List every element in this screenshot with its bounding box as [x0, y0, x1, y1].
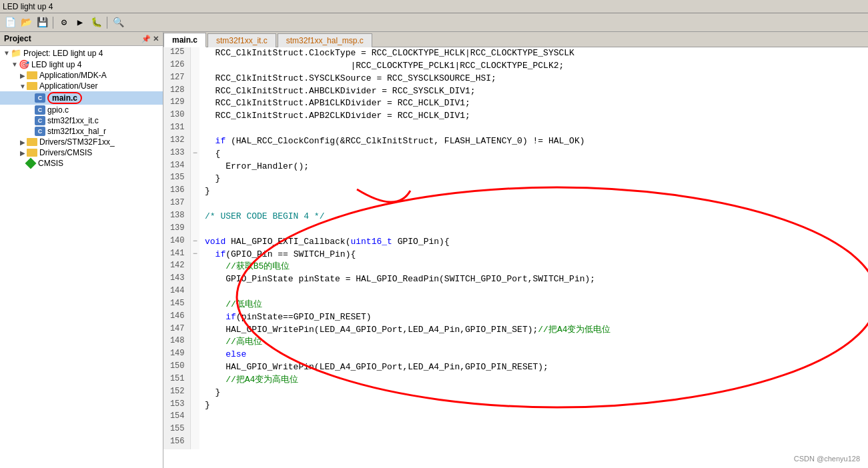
line-num-136: 136 — [163, 185, 190, 198]
toolbar-separator-2 — [107, 17, 107, 29]
table-row: 126 |RCC_CLOCKTYPE_PCLK1|RCC_CLOCKTYPE_P… — [163, 60, 868, 73]
line-num-156: 156 — [163, 437, 190, 449]
toolbar-build-icon[interactable]: ⚙ — [57, 15, 71, 30]
file-icon-stm32it: C — [35, 116, 45, 125]
folder-icon-drvcmsis — [27, 149, 37, 157]
tree-expand-root[interactable]: ▼ — [3, 49, 11, 57]
line-code-153: } — [199, 399, 868, 412]
table-row: 138 /* USER CODE BEGIN 4 */ — [163, 211, 868, 223]
tab-stm32it[interactable]: stm32f1xx_it.c — [207, 33, 276, 47]
line-code-132: if (HAL_RCC_ClockConfig(&RCC_ClkInitStru… — [199, 135, 868, 148]
line-code-136: } — [199, 185, 868, 198]
line-num-151: 151 — [163, 374, 190, 387]
line-fold-127 — [190, 73, 199, 85]
line-num-152: 152 — [163, 387, 190, 399]
line-fold-156 — [190, 437, 199, 449]
tree-label-appuser: Application/User — [39, 81, 97, 91]
line-fold-141[interactable]: − — [190, 249, 199, 261]
sidebar-header: Project 📌 ✕ — [0, 32, 163, 46]
line-code-145: //低电位 — [199, 299, 868, 311]
line-num-141: 141 — [163, 249, 190, 261]
tabs-bar: main.c stm32f1xx_it.c stm32f1xx_hal_msp.… — [163, 32, 868, 47]
line-code-129: RCC_ClkInitStruct.APB1CLKDivider = RCC_H… — [199, 97, 868, 110]
sidebar-pin-icon[interactable]: 📌 — [141, 35, 151, 43]
tree-label-appmdk: Application/MDK-A — [39, 71, 107, 80]
watermark: CSDN @chenyu128 — [794, 455, 860, 463]
title-bar: LED light up 4 — [0, 0, 868, 13]
table-row: 133 − { — [163, 148, 868, 161]
line-code-150: HAL_GPIO_WritePin(LED_A4_GPIO_Port,LED_A… — [199, 361, 868, 374]
line-code-154 — [199, 411, 868, 424]
table-row: 136 } — [163, 185, 868, 198]
toolbar-new-icon[interactable]: 📄 — [3, 15, 17, 30]
line-code-138: /* USER CODE BEGIN 4 */ — [199, 211, 868, 223]
table-row: 147 HAL_GPIO_WritePin(LED_A4_GPIO_Port,L… — [163, 324, 868, 337]
toolbar-debug-icon[interactable]: 🐛 — [89, 15, 103, 30]
line-code-135: } — [199, 173, 868, 185]
tree-item-stm32it[interactable]: C stm32f1xx_it.c — [0, 115, 163, 126]
line-num-126: 126 — [163, 60, 190, 73]
line-num-143: 143 — [163, 273, 190, 286]
line-fold-149 — [190, 349, 199, 361]
tree-item-cmsis[interactable]: CMSIS — [0, 158, 163, 169]
sidebar-header-icons: 📌 ✕ — [141, 35, 159, 43]
table-row: 131 — [163, 123, 868, 135]
tab-stm32hal[interactable]: stm32f1xx_hal_msp.c — [278, 33, 372, 47]
line-num-139: 139 — [163, 223, 190, 236]
table-row: 152 } — [163, 387, 868, 399]
tree-item-appuser[interactable]: ▼ Application/User — [0, 81, 163, 91]
toolbar-zoom-icon[interactable]: 🔍 — [111, 15, 125, 30]
line-fold-145 — [190, 299, 199, 311]
tree-item-mainc[interactable]: C main.c — [0, 91, 163, 105]
table-row: 127 RCC_ClkInitStruct.SYSCLKSource = RCC… — [163, 73, 868, 85]
line-code-134: Error_Handler(); — [199, 161, 868, 173]
tree-expand-appmdk[interactable]: ▶ — [19, 72, 27, 79]
table-row: 143 GPIO_PinState pinState = HAL_GPIO_Re… — [163, 273, 868, 286]
line-code-144 — [199, 286, 868, 299]
tree-item-led4[interactable]: ▼ 🎯 LED light up 4 — [0, 59, 163, 70]
line-fold-142 — [190, 261, 199, 273]
line-num-133: 133 — [163, 148, 190, 161]
table-row: 154 — [163, 411, 868, 424]
tree-item-appmdk[interactable]: ▶ Application/MDK-A — [0, 70, 163, 81]
toolbar-separator-1 — [53, 17, 53, 29]
line-num-140: 140 — [163, 236, 190, 249]
line-fold-150 — [190, 361, 199, 374]
line-fold-134 — [190, 161, 199, 173]
line-fold-133[interactable]: − — [190, 148, 199, 161]
line-fold-155 — [190, 424, 199, 437]
tree-item-stm32hal[interactable]: C stm32f1xx_hal_r — [0, 126, 163, 137]
tree-label-stm32it: stm32f1xx_it.c — [47, 116, 99, 125]
line-num-129: 129 — [163, 97, 190, 110]
tab-main-c[interactable]: main.c — [163, 33, 206, 47]
tree-item-drvstm[interactable]: ▶ Drivers/STM32F1xx_ — [0, 137, 163, 147]
table-row: 125 RCC_ClkInitStruct.ClockType = RCC_CL… — [163, 47, 868, 60]
sidebar-close-icon[interactable]: ✕ — [153, 35, 159, 43]
toolbar-run-icon[interactable]: ▶ — [73, 15, 87, 30]
file-icon-gpioc: C — [35, 105, 45, 115]
tree-expand-drvcmsis[interactable]: ▶ — [19, 149, 27, 157]
tree-item-drvcmsis[interactable]: ▶ Drivers/CMSIS — [0, 147, 163, 158]
tree-label-drvcmsis: Drivers/CMSIS — [39, 148, 92, 157]
title-text: LED light up 4 — [3, 2, 53, 11]
tree-item-gpioc[interactable]: C gpio.c — [0, 105, 163, 115]
line-num-145: 145 — [163, 299, 190, 311]
table-row: 150 HAL_GPIO_WritePin(LED_A4_GPIO_Port,L… — [163, 361, 868, 374]
line-code-152: } — [199, 387, 868, 399]
tree-item-root[interactable]: ▼ 📁 Project: LED light up 4 — [0, 47, 163, 59]
line-code-148: //高电位 — [199, 336, 868, 349]
line-code-155 — [199, 424, 868, 437]
line-fold-128 — [190, 85, 199, 98]
tree-expand-drvstm[interactable]: ▶ — [19, 139, 27, 146]
line-code-128: RCC_ClkInitStruct.AHBCLKDivider = RCC_SY… — [199, 85, 868, 98]
line-num-148: 148 — [163, 336, 190, 349]
tree-expand-appuser[interactable]: ▼ — [19, 83, 27, 90]
table-row: 130 RCC_ClkInitStruct.APB2CLKDivider = R… — [163, 110, 868, 123]
code-editor[interactable]: 125 RCC_ClkInitStruct.ClockType = RCC_CL… — [163, 47, 868, 468]
toolbar-save-icon[interactable]: 💾 — [35, 15, 49, 30]
tree-expand-led4[interactable]: ▼ — [11, 61, 19, 68]
line-fold-153 — [190, 399, 199, 412]
line-fold-140[interactable]: − — [190, 236, 199, 249]
line-fold-144 — [190, 286, 199, 299]
toolbar-open-icon[interactable]: 📂 — [19, 15, 33, 30]
